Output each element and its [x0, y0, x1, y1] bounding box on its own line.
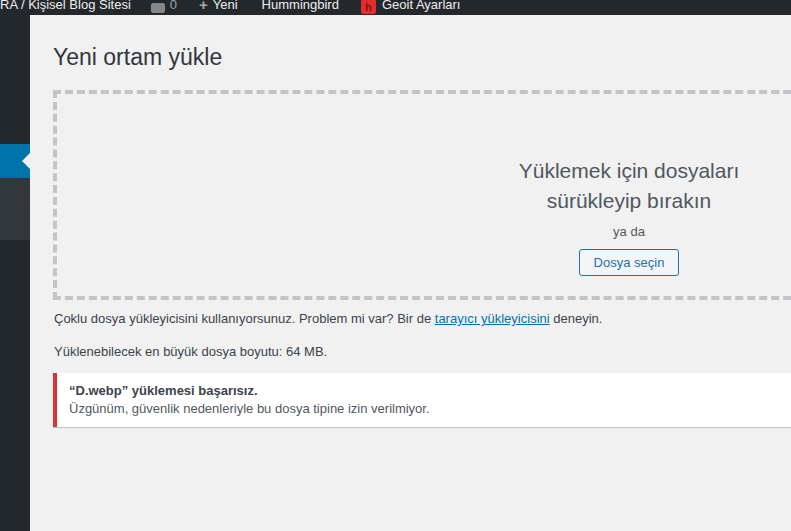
sidebar-item-media-active[interactable]	[0, 144, 30, 178]
admin-bar-comments[interactable]: 0	[143, 0, 185, 14]
drop-instructions: Yüklemek için dosyaları sürükleyip bırak…	[419, 156, 791, 216]
admin-bar-geoit[interactable]: h Geoit Ayarları	[353, 0, 469, 14]
browser-uploader-link[interactable]: tarayıcı yükleyicisini	[435, 311, 550, 326]
sidebar-submenu-block[interactable]	[0, 178, 30, 240]
comment-count: 0	[170, 0, 177, 14]
error-notice-message: Üzgünüm, güvenlik nedenleriyle bu dosya …	[69, 400, 791, 418]
drop-instructions-line1: Yüklemek için dosyaları	[519, 159, 740, 182]
multi-uploader-text-after: deneyin.	[550, 311, 603, 326]
upload-error-notice: “D.webp” yüklemesi başarısız. Üzgünüm, g…	[53, 373, 791, 427]
drop-instructions-line2: sürükleyip bırakın	[547, 189, 712, 212]
hummingbird-label: Hummingbird	[262, 0, 339, 14]
active-item-notch	[22, 153, 30, 169]
geoit-label: Geoit Ayarları	[382, 0, 461, 14]
admin-bar-new[interactable]: + Yeni	[191, 0, 246, 14]
site-name-label: RA / Kişisel Blog Sitesi	[0, 0, 131, 14]
admin-bar: RA / Kişisel Blog Sitesi 0 + Yeni Hummin…	[0, 0, 791, 15]
multi-uploader-text-before: Çoklu dosya yükleyicisini kullanıyorsunu…	[54, 311, 435, 326]
geoit-plugin-icon: h	[361, 0, 376, 14]
or-label: ya da	[419, 224, 791, 240]
admin-sidebar	[0, 15, 30, 531]
multi-uploader-note: Çoklu dosya yükleyicisini kullanıyorsunu…	[54, 311, 791, 326]
page-title: Yeni ortam yükle	[53, 43, 791, 72]
plus-icon: +	[199, 0, 208, 14]
dropzone-inner: Yüklemek için dosyaları sürükleyip bırak…	[419, 156, 791, 276]
admin-bar-hummingbird[interactable]: Hummingbird	[254, 0, 347, 14]
error-notice-title: “D.webp” yüklemesi başarısız.	[69, 382, 791, 400]
upload-dropzone[interactable]: Yüklemek için dosyaları sürükleyip bırak…	[53, 90, 791, 300]
admin-bar-site-name[interactable]: RA / Kişisel Blog Sitesi	[0, 0, 139, 14]
new-label: Yeni	[213, 0, 238, 14]
max-upload-size-note: Yüklenebilecek en büyük dosya boyutu: 64…	[54, 344, 791, 359]
comment-bubble-icon	[151, 3, 165, 13]
main-content: Yeni ortam yükle Yüklemek için dosyaları…	[30, 15, 791, 531]
select-files-button[interactable]: Dosya seçin	[579, 249, 680, 276]
